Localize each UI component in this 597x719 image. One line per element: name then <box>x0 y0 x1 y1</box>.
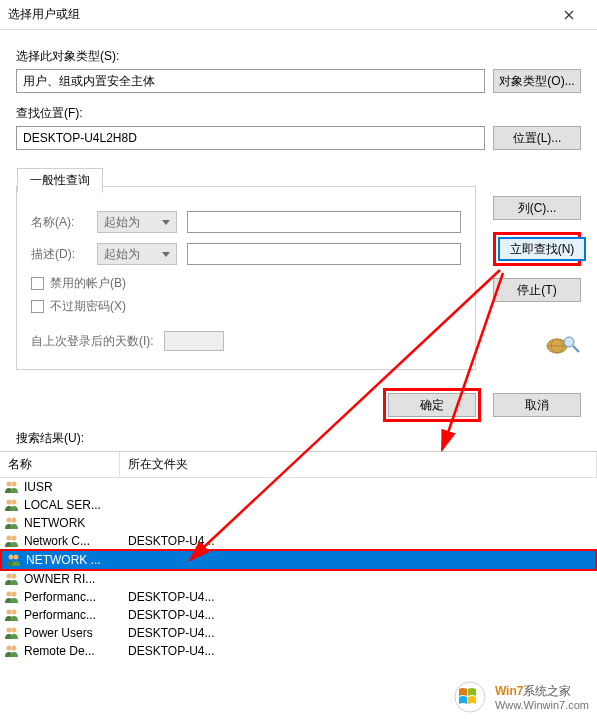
row-name: Remote De... <box>24 644 124 658</box>
svg-point-18 <box>12 592 17 597</box>
svg-point-8 <box>12 500 17 505</box>
row-folder: DESKTOP-U4... <box>124 608 593 622</box>
row-folder: DESKTOP-U4... <box>124 534 593 548</box>
disabled-accounts-label: 禁用的帐户(B) <box>50 275 126 292</box>
location-button[interactable]: 位置(L)... <box>493 126 581 150</box>
table-row[interactable]: Network C...DESKTOP-U4... <box>0 532 597 550</box>
svg-point-7 <box>7 500 12 505</box>
svg-point-6 <box>12 482 17 487</box>
watermark-brand: Win7系统之家 <box>495 682 589 699</box>
stop-button[interactable]: 停止(T) <box>493 278 581 302</box>
svg-point-14 <box>14 555 19 560</box>
object-type-label: 选择此对象类型(S): <box>16 48 581 65</box>
name-mode-dropdown[interactable]: 起始为 <box>97 211 177 233</box>
svg-point-23 <box>7 646 12 651</box>
table-row[interactable]: Performanc...DESKTOP-U4... <box>0 588 597 606</box>
svg-point-13 <box>9 555 14 560</box>
svg-point-15 <box>7 574 12 579</box>
selected-row-highlight: NETWORK ... <box>0 549 597 571</box>
group-icon <box>4 516 20 530</box>
columns-button[interactable]: 列(C)... <box>493 196 581 220</box>
dialog-title: 选择用户或组 <box>8 6 549 23</box>
group-icon <box>4 644 20 658</box>
svg-point-19 <box>7 610 12 615</box>
svg-point-22 <box>12 628 17 633</box>
column-header-folder[interactable]: 所在文件夹 <box>120 452 597 477</box>
row-name: NETWORK <box>24 516 124 530</box>
table-row[interactable]: IUSR <box>0 478 597 496</box>
table-row[interactable]: NETWORK ... <box>2 551 595 569</box>
row-name: Network C... <box>24 534 124 548</box>
row-name: LOCAL SER... <box>24 498 124 512</box>
non-expiring-checkbox[interactable] <box>31 300 44 313</box>
group-icon <box>4 626 20 640</box>
windows-logo-icon <box>451 681 489 713</box>
close-button[interactable] <box>549 0 589 30</box>
row-folder: DESKTOP-U4... <box>124 626 593 640</box>
table-row[interactable]: Performanc...DESKTOP-U4... <box>0 606 597 624</box>
svg-point-5 <box>7 482 12 487</box>
row-name: NETWORK ... <box>26 553 126 567</box>
find-now-highlight: 立即查找(N) <box>493 232 581 266</box>
row-name: IUSR <box>24 480 124 494</box>
group-icon <box>4 572 20 586</box>
group-icon <box>4 534 20 548</box>
watermark: Win7系统之家 Www.Winwin7.com <box>451 681 589 713</box>
desc-label: 描述(D): <box>31 246 87 263</box>
object-type-button[interactable]: 对象类型(O)... <box>493 69 581 93</box>
table-row[interactable]: NETWORK <box>0 514 597 532</box>
row-name: Power Users <box>24 626 124 640</box>
ok-highlight: 确定 <box>383 388 481 422</box>
object-type-field: 用户、组或内置安全主体 <box>16 69 485 93</box>
location-field: DESKTOP-U4L2H8D <box>16 126 485 150</box>
svg-point-11 <box>7 536 12 541</box>
close-icon <box>564 10 574 20</box>
search-globe-icon <box>541 334 581 358</box>
name-label: 名称(A): <box>31 214 87 231</box>
table-row[interactable]: LOCAL SER... <box>0 496 597 514</box>
svg-point-9 <box>7 518 12 523</box>
svg-point-20 <box>12 610 17 615</box>
disabled-accounts-checkbox[interactable] <box>31 277 44 290</box>
svg-point-16 <box>12 574 17 579</box>
svg-point-17 <box>7 592 12 597</box>
days-label: 自上次登录后的天数(I): <box>31 333 154 350</box>
row-name: Performanc... <box>24 608 124 622</box>
days-spinner[interactable] <box>164 331 224 351</box>
group-icon <box>4 498 20 512</box>
row-name: Performanc... <box>24 590 124 604</box>
results-label: 搜索结果(U): <box>0 430 597 451</box>
row-name: OWNER RI... <box>24 572 124 586</box>
desc-input[interactable] <box>187 243 461 265</box>
row-folder: DESKTOP-U4... <box>124 590 593 604</box>
find-now-button[interactable]: 立即查找(N) <box>498 237 586 261</box>
desc-mode-dropdown[interactable]: 起始为 <box>97 243 177 265</box>
tab-general-query[interactable]: 一般性查询 <box>17 168 103 193</box>
row-folder: DESKTOP-U4... <box>124 644 593 658</box>
group-icon <box>4 590 20 604</box>
table-row[interactable]: Remote De...DESKTOP-U4... <box>0 642 597 660</box>
non-expiring-label: 不过期密码(X) <box>50 298 126 315</box>
cancel-button[interactable]: 取消 <box>493 393 581 417</box>
svg-point-21 <box>7 628 12 633</box>
group-icon <box>4 480 20 494</box>
svg-point-3 <box>564 337 574 347</box>
svg-point-24 <box>12 646 17 651</box>
svg-point-10 <box>12 518 17 523</box>
watermark-url: Www.Winwin7.com <box>495 699 589 712</box>
name-input[interactable] <box>187 211 461 233</box>
table-row[interactable]: OWNER RI... <box>0 570 597 588</box>
column-header-name[interactable]: 名称 <box>0 452 120 477</box>
table-row[interactable]: Power UsersDESKTOP-U4... <box>0 624 597 642</box>
group-icon <box>6 553 22 567</box>
svg-point-12 <box>12 536 17 541</box>
svg-line-4 <box>573 346 579 352</box>
group-icon <box>4 608 20 622</box>
location-label: 查找位置(F): <box>16 105 581 122</box>
ok-button[interactable]: 确定 <box>388 393 476 417</box>
